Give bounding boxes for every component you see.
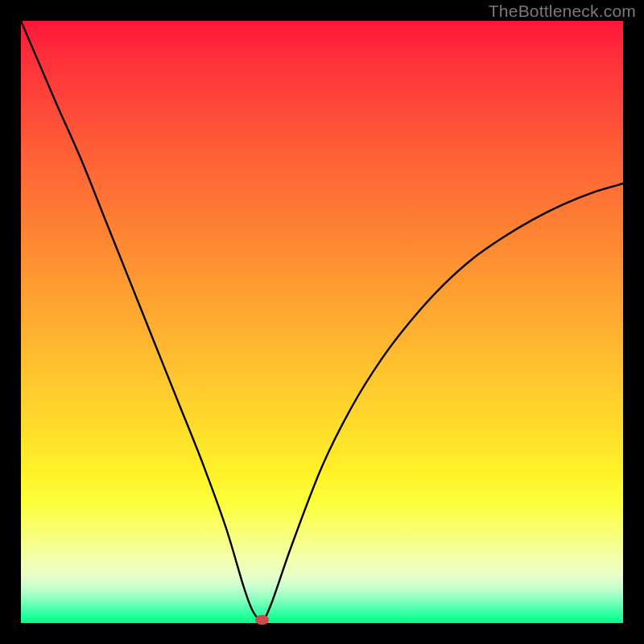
chart-frame: TheBottleneck.com (0, 0, 644, 644)
plot-area (21, 21, 623, 623)
optimum-marker (255, 615, 269, 625)
bottleneck-curve (21, 21, 623, 623)
watermark-text: TheBottleneck.com (489, 2, 636, 21)
